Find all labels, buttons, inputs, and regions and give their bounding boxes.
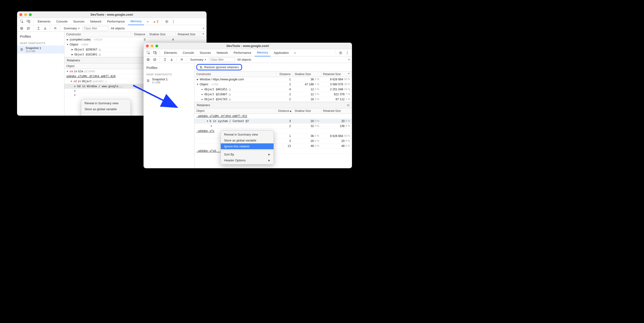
col-shallow[interactable]: Shallow Size [293,108,321,114]
table-row[interactable]: ▼b in system / Context @? 3 200 % 200 % [194,119,352,124]
settings-icon[interactable] [164,19,170,25]
close-icon[interactable] [146,45,149,47]
col-distance[interactable]: Distance [131,32,147,37]
menu-sort-by[interactable]: Sort By▶ [81,114,130,116]
minimize-icon[interactable] [24,13,27,16]
col-object[interactable]: Object [194,108,276,114]
view-select[interactable]: Summary ▼ [63,27,81,30]
context-menu[interactable]: Reveal in Summary view Store as global v… [81,99,131,116]
disclosure-icon[interactable]: ▶ [201,93,204,96]
gc-icon[interactable] [179,57,184,62]
titlebar[interactable]: DevTools - www.google.com/ [144,43,352,49]
disclosure-icon[interactable]: ▶ [74,85,76,88]
tab-sources[interactable]: Sources [71,18,87,25]
scope-select[interactable]: All objects [110,27,126,30]
table-row[interactable]: ▼Object ×1782 2 47 1881 % 3 580 57639 % [194,82,352,87]
close-icon[interactable] [20,13,22,16]
disclosure-icon[interactable]: ▼ [70,80,72,83]
disclosure-icon[interactable]: ▶ [201,98,204,101]
tab-console[interactable]: Console [54,18,70,25]
table-row[interactable]: ▶Object @241763 ▢ 2 160 % 87 1121 % [194,97,352,102]
more-tabs-icon[interactable]: » [292,50,298,56]
constructor-grid-header[interactable]: Constructor Distance Shallow Size Retain… [64,32,206,37]
disclosure-icon[interactable]: ▶ [71,48,74,51]
table-row[interactable]: ▶Object @461651 ▢ 4 120 % 2 251 04824 % [194,87,352,92]
kebab-menu-icon[interactable] [170,19,176,25]
disclosure-icon[interactable]: ▼ [210,125,212,127]
tab-console[interactable]: Console [180,49,196,56]
col-distance[interactable]: Distance [276,72,293,77]
col-distance[interactable]: Distance▲ [276,108,293,114]
titlebar[interactable]: DevTools - www.google.com/ [17,11,206,18]
snapshot-item[interactable]: 🗎 Snapshot 1 13.6 MB [17,46,64,54]
minimize-icon[interactable] [151,45,154,47]
tab-performance[interactable]: Performance [231,49,254,56]
kebab-menu-icon[interactable] [344,50,350,56]
menu-lines-icon[interactable] [347,104,350,107]
disclosure-icon[interactable]: ▶ [201,88,204,91]
zoom-icon[interactable] [29,13,32,16]
tab-network[interactable]: Network [214,49,230,56]
zoom-icon[interactable] [155,45,158,47]
menu-reveal-summary[interactable]: Reveal in Summary view [221,132,274,137]
col-shallow[interactable]: Shallow Size [147,32,176,37]
scope-select[interactable]: All objects [236,58,252,61]
tab-memory[interactable]: Memory [128,18,144,25]
class-filter-input[interactable] [209,57,235,62]
disclosure-icon[interactable]: ▶ [196,78,199,81]
disclosure-icon[interactable]: ▶ [71,53,74,56]
upload-icon[interactable] [162,57,168,62]
disclosure-icon[interactable]: ▼ [66,43,69,46]
col-constructor[interactable]: Constructor [194,72,276,77]
disclosure-icon[interactable]: ▶ [66,38,69,41]
source-link[interactable]: ,qddgKe,sTsDMc,dtl0hd,eHDfl:932 [194,114,276,119]
download-icon[interactable] [169,57,174,62]
col-retained[interactable]: Retained Size▼ [321,72,352,77]
chevron-down-icon[interactable]: ▼ [202,27,205,30]
col-shallow[interactable]: Shallow Size [293,72,321,77]
disclosure-icon[interactable]: ▼ [206,120,209,122]
tab-elements[interactable]: Elements [35,18,53,25]
menu-reveal-summary[interactable]: Reveal in Summary view [81,100,130,106]
chevron-down-icon[interactable]: ▼ [348,59,350,61]
traffic-lights[interactable] [20,13,32,16]
constructor-grid-header[interactable]: Constructor Distance Shallow Size Retain… [194,72,352,77]
inspect-icon[interactable] [19,19,25,25]
table-row[interactable]: ▶Object @216867 ▢ 2 120 % 622 3767 % [194,92,352,97]
view-select[interactable]: Summary ▼ [189,58,208,61]
settings-icon[interactable] [338,50,344,56]
device-icon[interactable] [26,19,31,25]
retainers-grid-header[interactable]: Object Distance▲ Shallow Size Retained S… [194,108,352,114]
restore-ignored-retainers-button[interactable]: Restore ignored retainers [196,64,242,70]
tab-performance[interactable]: Performance [105,18,127,25]
record-icon[interactable] [19,26,24,31]
col-retained[interactable]: Retained Size▼ [176,32,206,37]
download-icon[interactable] [42,26,48,31]
disclosure-icon[interactable]: ▼ [66,70,69,73]
menu-header-options[interactable]: Header Options▶ [221,157,274,163]
inspect-icon[interactable] [146,50,151,56]
warning-badge[interactable]: ▲ 2 [152,20,160,23]
table-row[interactable]: ,qddgKe,sTsDMc,dtl0hd,eHDfl:932 [194,114,352,119]
menu-ignore-retainer[interactable]: Ignore this retainer [221,143,274,149]
tab-sources[interactable]: Sources [197,49,214,56]
tab-application[interactable]: Application [272,49,291,56]
clear-icon[interactable] [26,26,31,31]
tab-memory[interactable]: Memory [254,49,270,56]
class-filter-input[interactable] [82,26,108,31]
table-row[interactable]: ▼ 2 320 % 1360 % [194,124,352,129]
col-retained[interactable]: Retained Size [321,108,352,114]
menu-store-global[interactable]: Store as global variable [81,106,130,112]
traffic-lights[interactable] [146,45,158,47]
menu-sort-by[interactable]: Sort By▶ [221,151,274,157]
record-icon[interactable] [146,57,151,62]
tab-network[interactable]: Network [88,18,104,25]
table-row[interactable]: ▶Window / https://www.google.com 1 360 %… [194,77,352,82]
device-icon[interactable] [152,50,158,56]
clear-icon[interactable] [152,57,157,62]
table-row[interactable]: ▶(compiled code) ×75214 3 4 [64,37,206,42]
upload-icon[interactable] [36,26,41,31]
gc-icon[interactable] [52,26,58,31]
menu-store-global[interactable]: Store as global variable [221,137,274,143]
disclosure-icon[interactable]: ▼ [196,83,199,86]
